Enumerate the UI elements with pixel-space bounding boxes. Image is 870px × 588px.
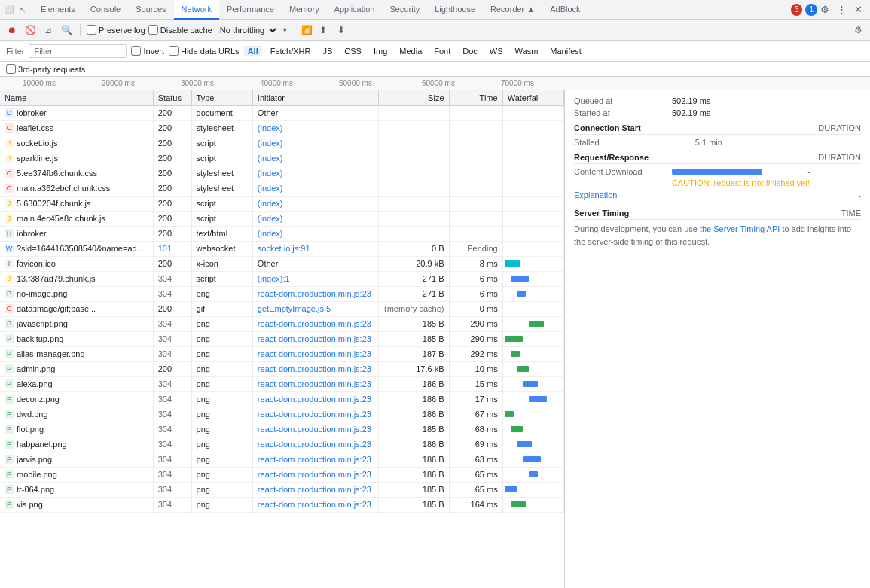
filter-type-manifest[interactable]: Manifest bbox=[546, 46, 585, 56]
row-initiator-link[interactable]: react-dom.production.min.js:23 bbox=[258, 425, 371, 434]
table-row[interactable]: Cleaflet.css200stylesheet(index) bbox=[0, 120, 564, 136]
col-header-type[interactable]: Type bbox=[191, 90, 252, 105]
record-button[interactable]: ⏺ bbox=[5, 23, 20, 38]
third-party-checkbox[interactable] bbox=[6, 64, 16, 74]
row-initiator-link[interactable]: (index) bbox=[258, 169, 283, 178]
row-initiator-link[interactable]: react-dom.production.min.js:23 bbox=[258, 364, 371, 373]
filter-input[interactable] bbox=[29, 44, 127, 58]
row-initiator-link[interactable]: (index) bbox=[258, 184, 283, 193]
row-initiator-link[interactable]: react-dom.production.min.js:23 bbox=[258, 500, 371, 509]
hide-data-urls-checkbox[interactable] bbox=[169, 46, 179, 56]
third-party-checkbox-label[interactable]: 3rd-party requests bbox=[6, 64, 85, 74]
network-settings-button[interactable]: ⚙ bbox=[850, 23, 865, 38]
tab-lighthouse[interactable]: Lighthouse bbox=[427, 0, 483, 20]
throttle-select[interactable]: No throttling bbox=[215, 25, 279, 35]
row-initiator-link[interactable]: (index) bbox=[258, 199, 283, 208]
table-row[interactable]: J13.f387ad79.chunk.js304script(index):12… bbox=[0, 271, 564, 286]
import-button[interactable]: ⬆ bbox=[316, 23, 331, 38]
table-row[interactable]: Jsparkline.js200script(index) bbox=[0, 151, 564, 166]
tab-adblock[interactable]: AdBlock bbox=[542, 0, 588, 20]
row-initiator-link[interactable]: react-dom.production.min.js:23 bbox=[258, 470, 371, 479]
table-row[interactable]: Ptr-064.png304pngreact-dom.production.mi… bbox=[0, 482, 564, 497]
tab-elements[interactable]: Elements bbox=[33, 0, 83, 20]
table-row[interactable]: Palexa.png304pngreact-dom.production.min… bbox=[0, 376, 564, 391]
row-initiator-link[interactable]: react-dom.production.min.js:23 bbox=[258, 289, 371, 298]
filter-type-ws[interactable]: WS bbox=[486, 46, 507, 56]
filter-type-img[interactable]: Img bbox=[370, 46, 391, 56]
table-row[interactable]: Diobroker200documentOther bbox=[0, 105, 564, 120]
filter-type-media[interactable]: Media bbox=[395, 46, 426, 56]
disable-cache-label[interactable]: Disable cache bbox=[148, 25, 212, 35]
row-initiator-link[interactable]: (index) bbox=[258, 139, 283, 148]
table-row[interactable]: Phabpanel.png304pngreact-dom.production.… bbox=[0, 437, 564, 452]
table-row[interactable]: Gdata:image/gif;base...200gifgetEmptyIma… bbox=[0, 301, 564, 316]
inspect-icon[interactable]: ↖ bbox=[17, 4, 29, 16]
more-icon[interactable]: ⋮ bbox=[837, 4, 851, 15]
filter-type-font[interactable]: Font bbox=[430, 46, 454, 56]
table-row[interactable]: Pvis.png304pngreact-dom.production.min.j… bbox=[0, 497, 564, 512]
explanation-link[interactable]: Explanation bbox=[574, 190, 618, 200]
col-header-status[interactable]: Status bbox=[153, 90, 191, 105]
row-initiator-link[interactable]: (index) bbox=[258, 214, 283, 223]
col-header-name[interactable]: Name bbox=[0, 90, 153, 105]
row-initiator-link[interactable]: getEmptyImage.js:5 bbox=[258, 304, 331, 313]
filter-type-doc[interactable]: Doc bbox=[459, 46, 481, 56]
row-initiator-link[interactable]: (index):1 bbox=[258, 274, 290, 283]
row-initiator-link[interactable]: react-dom.production.min.js:23 bbox=[258, 485, 371, 494]
table-row[interactable]: Pmobile.png304pngreact-dom.production.mi… bbox=[0, 467, 564, 482]
row-initiator-link[interactable]: react-dom.production.min.js:23 bbox=[258, 334, 371, 343]
table-row[interactable]: W?sid=1644163508540&name=admin101websock… bbox=[0, 241, 564, 256]
table-row[interactable]: Pjarvis.png304pngreact-dom.production.mi… bbox=[0, 452, 564, 467]
col-header-initiator[interactable]: Initiator bbox=[252, 90, 378, 105]
dock-icon[interactable]: ⬜ bbox=[3, 4, 15, 16]
filter-type-fetch[interactable]: Fetch/XHR bbox=[267, 46, 315, 56]
tab-console[interactable]: Console bbox=[83, 0, 128, 20]
row-initiator-link[interactable]: react-dom.production.min.js:23 bbox=[258, 379, 371, 388]
close-icon[interactable]: ✕ bbox=[854, 4, 867, 15]
row-initiator-link[interactable]: (index) bbox=[258, 229, 283, 238]
table-row[interactable]: Pno-image.png304pngreact-dom.production.… bbox=[0, 286, 564, 301]
row-initiator-link[interactable]: (index) bbox=[258, 154, 283, 163]
preserve-log-label[interactable]: Preserve log bbox=[87, 25, 145, 35]
clear-button[interactable]: 🚫 bbox=[23, 23, 38, 38]
tab-network[interactable]: Network bbox=[174, 0, 219, 20]
preserve-log-checkbox[interactable] bbox=[87, 25, 96, 35]
table-row[interactable]: Palias-manager.png304pngreact-dom.produc… bbox=[0, 346, 564, 361]
row-initiator-link[interactable]: react-dom.production.min.js:23 bbox=[258, 319, 371, 328]
hide-data-urls-label[interactable]: Hide data URLs bbox=[169, 46, 240, 56]
detail-panel[interactable]: Queued at 502.19 ms Started at 502.19 ms… bbox=[565, 90, 870, 588]
tab-recorder[interactable]: Recorder ▲ bbox=[483, 0, 542, 20]
row-initiator-link[interactable]: react-dom.production.min.js:23 bbox=[258, 455, 371, 464]
export-button[interactable]: ⬇ bbox=[334, 23, 349, 38]
filter-type-wasm[interactable]: Wasm bbox=[511, 46, 542, 56]
settings-icon[interactable]: ⚙ bbox=[820, 4, 834, 15]
table-row[interactable]: Pdeconz.png304pngreact-dom.production.mi… bbox=[0, 391, 564, 407]
tab-performance[interactable]: Performance bbox=[219, 0, 282, 20]
table-row[interactable]: Cmain.a362ebcf.chunk.css200stylesheet(in… bbox=[0, 181, 564, 196]
table-row[interactable]: Pjavascript.png304pngreact-dom.productio… bbox=[0, 316, 564, 331]
table-row[interactable]: Pflot.png304pngreact-dom.production.min.… bbox=[0, 422, 564, 437]
filter-type-all[interactable]: All bbox=[244, 46, 262, 56]
row-initiator-link[interactable]: socket.io.js:91 bbox=[258, 244, 310, 253]
table-row[interactable]: Jsocket.io.js200script(index) bbox=[0, 136, 564, 151]
row-initiator-link[interactable]: react-dom.production.min.js:23 bbox=[258, 349, 371, 358]
tab-security[interactable]: Security bbox=[382, 0, 427, 20]
table-row[interactable]: Jmain.4ec45a8c.chunk.js200script(index) bbox=[0, 211, 564, 226]
table-row[interactable]: C5.ee374fb6.chunk.css200stylesheet(index… bbox=[0, 166, 564, 181]
col-header-time[interactable]: Time bbox=[449, 90, 502, 105]
error-badge[interactable]: 3 bbox=[791, 4, 803, 16]
search-button[interactable]: 🔍 bbox=[59, 23, 74, 38]
filter-type-js[interactable]: JS bbox=[319, 46, 336, 56]
server-timing-api-link[interactable]: the Server Timing API bbox=[700, 224, 780, 233]
table-row[interactable]: Padmin.png200pngreact-dom.production.min… bbox=[0, 361, 564, 376]
col-header-waterfall[interactable]: Waterfall bbox=[502, 90, 563, 105]
col-header-size[interactable]: Size bbox=[378, 90, 449, 105]
row-initiator-link[interactable]: (index) bbox=[258, 123, 283, 133]
request-list[interactable]: Name Status Type Initiator Size Time Wat… bbox=[0, 90, 565, 588]
tab-sources[interactable]: Sources bbox=[128, 0, 173, 20]
table-row[interactable]: Pdwd.png304pngreact-dom.production.min.j… bbox=[0, 407, 564, 422]
tab-memory[interactable]: Memory bbox=[282, 0, 327, 20]
row-initiator-link[interactable]: react-dom.production.min.js:23 bbox=[258, 440, 371, 449]
table-row[interactable]: Ifavicon.ico200x-iconOther20.9 kB8 ms bbox=[0, 256, 564, 271]
filter-type-css[interactable]: CSS bbox=[340, 46, 365, 56]
